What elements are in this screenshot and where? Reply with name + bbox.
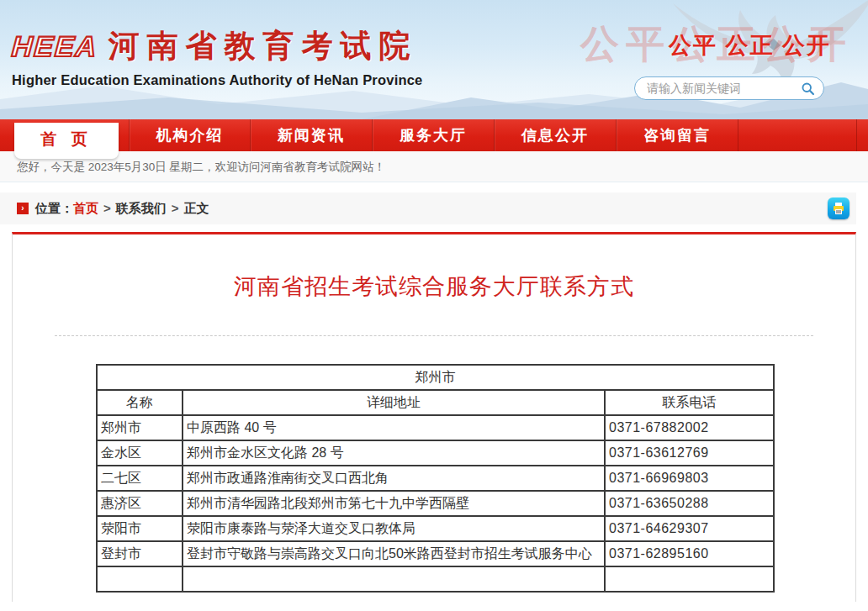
table-cell-phone: 0371-67882002 xyxy=(605,415,774,440)
breadcrumb-separator: > xyxy=(172,201,179,215)
news-search-box[interactable] xyxy=(634,76,824,100)
table-cell-name: 登封市 xyxy=(97,541,183,566)
breadcrumb: › 位置：首页>联系我们>正文 xyxy=(0,192,856,224)
printer-icon xyxy=(831,201,846,216)
table-cell-phone: 0371-66969803 xyxy=(605,466,774,491)
nav-item-3[interactable]: 服务大厅 xyxy=(373,119,495,151)
breadcrumb-trail: 位置：首页>联系我们>正文 xyxy=(35,201,209,217)
site-title-english: Higher Education Examinations Authority … xyxy=(12,72,422,88)
table-cell-address: 郑州市政通路淮南街交叉口西北角 xyxy=(183,466,605,491)
table-cell-phone: 0371-63612769 xyxy=(605,440,774,466)
column-header-name: 名称 xyxy=(97,390,183,415)
logo-acronym: HEEA xyxy=(11,30,99,63)
table-row: 二七区郑州市政通路淮南街交叉口西北角0371-66969803 xyxy=(97,466,774,491)
breadcrumb-separator: > xyxy=(103,201,111,215)
breadcrumb-item-0[interactable]: 首页 xyxy=(73,201,98,215)
table-cell-address: 登封市守敬路与崇高路交叉口向北50米路西登封市招生考试服务中心 xyxy=(183,541,605,566)
table-cell-address: 荥阳市康泰路与荥泽大道交叉口教体局 xyxy=(183,516,605,541)
greeting-bar: 您好，今天是 2023年5月30日 星期二，欢迎访问河南省教育考试院网站！ xyxy=(0,151,868,182)
table-row: 惠济区郑州市清华园路北段郑州市第七十九中学西隔壁0371-63650288 xyxy=(97,491,774,516)
dotted-separator xyxy=(55,335,813,336)
table-cell-phone: 0371-63650288 xyxy=(605,491,774,516)
table-row: 荥阳市荥阳市康泰路与荥泽大道交叉口教体局0371-64629307 xyxy=(97,516,774,541)
breadcrumb-item-1[interactable]: 联系我们 xyxy=(116,201,167,215)
table-cell-address: 郑州市金水区文化路 28 号 xyxy=(183,440,605,466)
table-row: 登封市登封市守敬路与崇高路交叉口向北50米路西登封市招生考试服务中心0371-6… xyxy=(97,541,774,566)
table-cell-address: 中原西路 40 号 xyxy=(183,415,605,440)
table-row: 郑州市中原西路 40 号0371-67882002 xyxy=(97,415,774,440)
main-nav: 机构介绍新闻资讯服务大厅信息公开咨询留言 首 页 xyxy=(0,119,868,151)
nav-filler xyxy=(738,119,857,151)
column-header-phone: 联系电话 xyxy=(605,390,774,415)
table-region-row: 郑州市 xyxy=(97,365,774,390)
table-cell-phone: 0371-64629307 xyxy=(605,516,774,541)
table-cell-name: 金水区 xyxy=(97,440,183,466)
table-row-partial xyxy=(97,566,774,592)
site-title: 河南省教育考试院 xyxy=(108,25,417,67)
site-header: 公平公正公开 公平 公正 公开 HEEA 河南省教育考试院 Higher Edu… xyxy=(0,0,868,119)
nav-item-1[interactable]: 机构介绍 xyxy=(129,119,251,151)
search-icon[interactable] xyxy=(801,82,815,96)
table-cell-name: 荥阳市 xyxy=(97,516,183,541)
table-cell-address: 郑州市清华园路北段郑州市第七十九中学西隔壁 xyxy=(183,491,605,516)
breadcrumb-arrow-icon: › xyxy=(17,203,29,214)
table-cell-name: 二七区 xyxy=(97,466,183,491)
table-cell-name: 郑州市 xyxy=(97,415,183,440)
page-root: 公平公正公开 公平 公正 公开 HEEA 河南省教育考试院 Higher Edu… xyxy=(0,0,868,611)
breadcrumb-label: 位置： xyxy=(35,201,73,215)
nav-tab-home[interactable]: 首 页 xyxy=(14,123,119,159)
nav-item-4[interactable]: 信息公开 xyxy=(495,119,617,151)
article-container: 河南省招生考试综合服务大厅联系方式 郑州市 名称 详细地址 联系电话 郑州市中原… xyxy=(12,232,856,602)
table-cell-name: 惠济区 xyxy=(97,491,183,516)
search-input[interactable] xyxy=(647,82,801,95)
table-cell-empty xyxy=(183,566,605,592)
column-header-address: 详细地址 xyxy=(183,390,605,415)
nav-item-5[interactable]: 咨询留言 xyxy=(617,119,738,151)
nav-item-2[interactable]: 新闻资讯 xyxy=(251,119,373,151)
breadcrumb-item-2: 正文 xyxy=(184,201,209,215)
table-cell-empty xyxy=(605,566,774,592)
nav-row: 机构介绍新闻资讯服务大厅信息公开咨询留言 xyxy=(0,119,868,151)
table-cell-empty xyxy=(97,566,183,592)
print-button[interactable] xyxy=(828,198,849,219)
table-header-row: 名称 详细地址 联系电话 xyxy=(97,390,774,415)
site-logo: HEEA 河南省教育考试院 Higher Education Examinati… xyxy=(12,25,422,88)
contact-table: 郑州市 名称 详细地址 联系电话 郑州市中原西路 40 号0371-678820… xyxy=(96,364,775,593)
slogan-text: 公平 公正 公开 xyxy=(669,30,831,61)
article-title: 河南省招生考试综合服务大厅联系方式 xyxy=(13,271,855,302)
region-header-cell: 郑州市 xyxy=(97,365,774,390)
table-row: 金水区郑州市金水区文化路 28 号0371-63612769 xyxy=(97,440,774,466)
table-cell-phone: 0371-62895160 xyxy=(605,541,774,566)
